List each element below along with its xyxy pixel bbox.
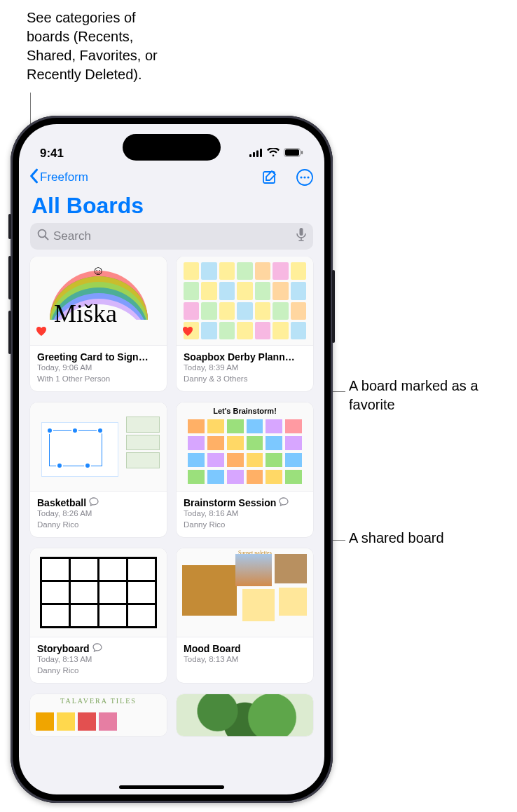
volume-down-button: [8, 311, 11, 354]
board-title: Basketball: [37, 497, 86, 508]
svg-rect-2: [256, 151, 258, 158]
board-title: Storyboard: [37, 643, 90, 654]
board-shared-with: Danny Rico: [184, 520, 306, 531]
more-button[interactable]: [295, 168, 315, 187]
dynamic-island: [123, 134, 221, 161]
board-shared-with: Danny Rico: [37, 665, 160, 677]
search-input[interactable]: Search: [30, 223, 313, 250]
svg-point-12: [39, 230, 46, 238]
board-timestamp: Today, 8:16 AM: [184, 508, 306, 520]
board-title: Brainstorm Session: [184, 497, 276, 508]
wifi-icon: [267, 147, 280, 161]
board-card[interactable]: Soapbox Derby Plann… Today, 8:39 AM Dann…: [177, 257, 313, 391]
favorite-heart-icon: [36, 326, 47, 339]
board-thumbnail: Sunset palettes: [177, 548, 313, 637]
board-timestamp: Today, 8:39 AM: [184, 363, 306, 374]
board-card[interactable]: Storyboard Today, 8:13 AM Danny Rico: [30, 548, 167, 683]
board-thumbnail: ☺ Miška: [30, 257, 167, 345]
board-thumbnail: TALAVERA TILES: [30, 694, 167, 736]
battery-icon: [284, 147, 303, 161]
board-card[interactable]: Let's Brainstorm! Brainstorm Session Tod…: [177, 402, 313, 537]
svg-rect-6: [301, 151, 303, 154]
svg-rect-1: [253, 152, 255, 157]
board-card[interactable]: [177, 694, 313, 736]
board-title: Mood Board: [184, 643, 241, 654]
board-card[interactable]: Sunset palettes Mood Board Today, 8:13 A…: [177, 548, 313, 683]
svg-rect-13: [300, 228, 303, 236]
dictate-icon[interactable]: [296, 228, 306, 245]
callout-favorite: A board marked as a favorite: [349, 377, 503, 414]
svg-point-11: [307, 176, 309, 178]
board-card[interactable]: Basketball Today, 8:26 AM Danny Rico: [30, 402, 167, 537]
board-shared-with: Danny & 3 Others: [184, 374, 306, 385]
board-thumbnail: Let's Brainstorm!: [177, 402, 313, 491]
board-timestamp: Today, 8:13 AM: [184, 654, 306, 665]
board-card[interactable]: TALAVERA TILES: [30, 694, 167, 736]
thumb-title: Let's Brainstorm!: [177, 407, 313, 415]
svg-point-10: [303, 176, 305, 178]
board-title: Greeting Card to Sign…: [37, 351, 149, 363]
search-icon: [37, 229, 49, 244]
board-timestamp: Today, 8:26 AM: [37, 508, 160, 520]
iphone-frame: 9:41 Freeform: [11, 116, 333, 803]
board-thumbnail: [30, 548, 167, 637]
volume-up-button: [8, 256, 11, 299]
nav-bar: Freeform: [19, 163, 324, 190]
svg-rect-5: [285, 149, 299, 156]
board-shared-with: Danny Rico: [37, 520, 160, 531]
board-timestamp: Today, 9:06 AM: [37, 363, 160, 374]
board-thumbnail: [30, 402, 167, 491]
back-button[interactable]: Freeform: [29, 168, 88, 187]
boards-grid[interactable]: ☺ Miška Greeting Card to Sign… Today, 9:…: [19, 257, 324, 794]
new-board-button[interactable]: [260, 168, 280, 187]
board-thumbnail: [177, 694, 313, 736]
svg-rect-3: [260, 149, 262, 157]
search-placeholder: Search: [53, 229, 292, 243]
page-title: All Boards: [19, 190, 324, 223]
board-timestamp: Today, 8:13 AM: [37, 654, 160, 665]
board-shared-with: With 1 Other Person: [37, 374, 160, 385]
board-thumbnail: [177, 257, 313, 345]
callout-shared: A shared board: [349, 529, 444, 548]
shared-bubble-icon: [92, 643, 102, 654]
chevron-left-icon: [29, 168, 39, 187]
svg-rect-0: [249, 154, 251, 157]
power-button: [332, 270, 335, 343]
board-card[interactable]: ☺ Miška Greeting Card to Sign… Today, 9:…: [30, 257, 167, 391]
screen: 9:41 Freeform: [19, 124, 324, 794]
callout-categories: See categories of boards (Recents, Share…: [27, 8, 181, 84]
svg-point-9: [300, 176, 302, 178]
back-label: Freeform: [40, 170, 88, 184]
favorite-heart-icon: [182, 326, 193, 339]
cellular-icon: [249, 147, 263, 161]
shared-bubble-icon: [279, 497, 289, 508]
side-button: [8, 214, 11, 239]
status-time: 9:41: [40, 147, 64, 161]
shared-bubble-icon: [89, 497, 99, 508]
board-title: Soapbox Derby Plann…: [184, 351, 295, 363]
home-indicator[interactable]: [119, 785, 224, 789]
